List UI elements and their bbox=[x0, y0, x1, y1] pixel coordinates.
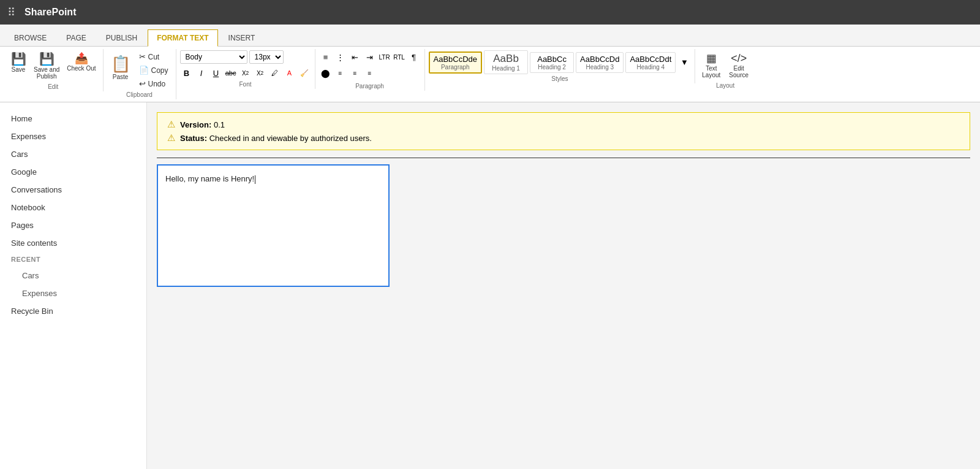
italic-button[interactable]: I bbox=[195, 66, 208, 80]
warning-icon-version: ⚠ bbox=[167, 119, 175, 130]
align-right-button[interactable]: ≡ bbox=[349, 66, 362, 80]
notice-bar: ⚠ Version: 0.1 ⚠ Status: Checked in and … bbox=[157, 112, 970, 150]
font-group-label: Font bbox=[239, 81, 252, 88]
save-publish-button[interactable]: 💾 Save andPublish bbox=[31, 50, 62, 82]
ribbon-group-edit: 💾 Save 💾 Save andPublish 📤 Check Out Edi… bbox=[4, 49, 104, 91]
style-paragraph[interactable]: AaBbCcDde Paragraph bbox=[429, 51, 483, 74]
superscript-button[interactable]: X2 bbox=[254, 66, 267, 80]
cut-icon: ✂ bbox=[139, 52, 146, 61]
copy-button[interactable]: 📄 Copy bbox=[135, 64, 172, 77]
warning-icon-status: ⚠ bbox=[167, 132, 175, 143]
paste-icon: 📋 bbox=[111, 55, 130, 74]
content-area: ⚠ Version: 0.1 ⚠ Status: Checked in and … bbox=[147, 102, 980, 469]
strikethrough-button[interactable]: abc bbox=[224, 66, 238, 80]
paragraph-group-label: Paragraph bbox=[355, 83, 384, 90]
save-icon: 💾 bbox=[11, 53, 26, 65]
bold-button[interactable]: B bbox=[180, 66, 194, 80]
rtl-button[interactable]: RTL bbox=[393, 50, 406, 64]
ribbon-group-font: Body 13px B I U abc X2 X2 🖊 A 🧹 Font bbox=[176, 49, 315, 89]
font-color-button[interactable]: A bbox=[283, 66, 296, 80]
copy-icon: 📄 bbox=[139, 66, 149, 75]
checkout-icon: 📤 bbox=[75, 53, 88, 64]
style-heading2[interactable]: AaBbCc Heading 2 bbox=[530, 52, 574, 73]
sidebar-item-recent-expenses[interactable]: Expenses bbox=[0, 284, 146, 302]
numbered-list-button[interactable]: ⋮ bbox=[334, 50, 347, 64]
sidebar-item-home[interactable]: Home bbox=[0, 110, 146, 128]
styles-group-label: Styles bbox=[551, 75, 568, 82]
tab-insert[interactable]: INSERT bbox=[219, 29, 265, 46]
app-title: SharePoint bbox=[24, 7, 76, 18]
top-bar: ⠿ SharePoint bbox=[0, 0, 980, 25]
indent-increase-button[interactable]: ⇥ bbox=[363, 50, 377, 64]
save-publish-icon: 💾 bbox=[39, 53, 55, 65]
text-layout-button[interactable]: ▦ TextLayout bbox=[699, 50, 723, 81]
align-justify-button[interactable]: ≡ bbox=[363, 66, 377, 80]
ribbon-tabs: BROWSE PAGE PUBLISH FORMAT TEXT INSERT bbox=[0, 25, 980, 47]
sidebar-item-google[interactable]: Google bbox=[0, 163, 146, 181]
edit-group-label: Edit bbox=[48, 83, 58, 90]
align-left-button[interactable]: ⬤ bbox=[319, 66, 333, 80]
sidebar-item-site-contents[interactable]: Site contents bbox=[0, 234, 146, 252]
edit-source-icon: </> bbox=[731, 53, 747, 64]
sidebar-item-cars[interactable]: Cars bbox=[0, 145, 146, 163]
sidebar-item-notebook[interactable]: Notebook bbox=[0, 199, 146, 216]
align-center-button[interactable]: ≡ bbox=[334, 66, 347, 80]
ltr-button[interactable]: LTR bbox=[378, 50, 391, 64]
undo-icon: ↩ bbox=[139, 79, 146, 88]
font-size-select[interactable]: 13px bbox=[249, 50, 284, 64]
undo-button[interactable]: ↩ Undo bbox=[135, 77, 172, 90]
waffle-icon[interactable]: ⠿ bbox=[7, 6, 16, 19]
subscript-button[interactable]: X2 bbox=[239, 66, 252, 80]
recent-section-header: Recent bbox=[0, 252, 146, 267]
sidebar-item-recent-cars[interactable]: Cars bbox=[0, 267, 146, 284]
ribbon: 💾 Save 💾 Save andPublish 📤 Check Out Edi… bbox=[0, 47, 980, 102]
bullet-list-button[interactable]: ≡ bbox=[319, 50, 333, 64]
content-divider bbox=[157, 158, 970, 158]
tab-page[interactable]: PAGE bbox=[57, 29, 95, 46]
indent-decrease-button[interactable]: ⇤ bbox=[349, 50, 362, 64]
ribbon-group-layout: ▦ TextLayout </> EditSource Layout bbox=[695, 49, 755, 90]
editor-content: Hello, my name is Henry! bbox=[165, 174, 254, 183]
sidebar-item-recycle-bin[interactable]: Recycle Bin bbox=[0, 302, 146, 320]
sidebar: Home Expenses Cars Google Conversations … bbox=[0, 102, 147, 469]
styles-more-button[interactable]: ▼ bbox=[677, 56, 691, 69]
edit-area[interactable]: Hello, my name is Henry! bbox=[157, 164, 390, 287]
show-hide-button[interactable]: ¶ bbox=[407, 50, 421, 64]
style-heading4[interactable]: AaBbCcDdt Heading 4 bbox=[625, 52, 676, 73]
save-button[interactable]: 💾 Save bbox=[7, 50, 29, 75]
layout-group-label: Layout bbox=[716, 82, 734, 89]
main-content: Home Expenses Cars Google Conversations … bbox=[0, 102, 980, 469]
text-layout-icon: ▦ bbox=[706, 53, 717, 64]
tab-format-text[interactable]: FORMAT TEXT bbox=[148, 29, 217, 47]
ribbon-group-clipboard: 📋 Paste ✂ Cut 📄 Copy ↩ Undo Clipboard bbox=[104, 49, 176, 99]
clipboard-group-label: Clipboard bbox=[126, 91, 153, 98]
tab-browse[interactable]: BROWSE bbox=[5, 29, 56, 46]
sidebar-item-expenses[interactable]: Expenses bbox=[0, 128, 146, 145]
ribbon-group-styles: AaBbCcDde Paragraph AaBb Heading 1 AaBbC… bbox=[425, 49, 696, 83]
font-family-select[interactable]: Body bbox=[180, 50, 247, 64]
edit-source-button[interactable]: </> EditSource bbox=[726, 50, 752, 81]
style-heading3[interactable]: AaBbCcDd Heading 3 bbox=[576, 52, 624, 73]
paste-button[interactable]: 📋 Paste bbox=[107, 50, 134, 85]
sidebar-item-conversations[interactable]: Conversations bbox=[0, 181, 146, 199]
clear-format-button[interactable]: 🧹 bbox=[298, 66, 311, 80]
checkout-button[interactable]: 📤 Check Out bbox=[64, 50, 99, 74]
style-heading1[interactable]: AaBb Heading 1 bbox=[484, 50, 528, 74]
highlight-button[interactable]: 🖊 bbox=[268, 66, 282, 80]
sidebar-item-pages[interactable]: Pages bbox=[0, 216, 146, 234]
tab-publish[interactable]: PUBLISH bbox=[97, 29, 146, 46]
cut-button[interactable]: ✂ Cut bbox=[135, 50, 172, 63]
underline-button[interactable]: U bbox=[209, 66, 223, 80]
ribbon-group-paragraph: ≡ ⋮ ⇤ ⇥ LTR RTL ¶ ⬤ ≡ ≡ ≡ Paragraph bbox=[315, 49, 425, 91]
text-cursor bbox=[255, 175, 255, 184]
